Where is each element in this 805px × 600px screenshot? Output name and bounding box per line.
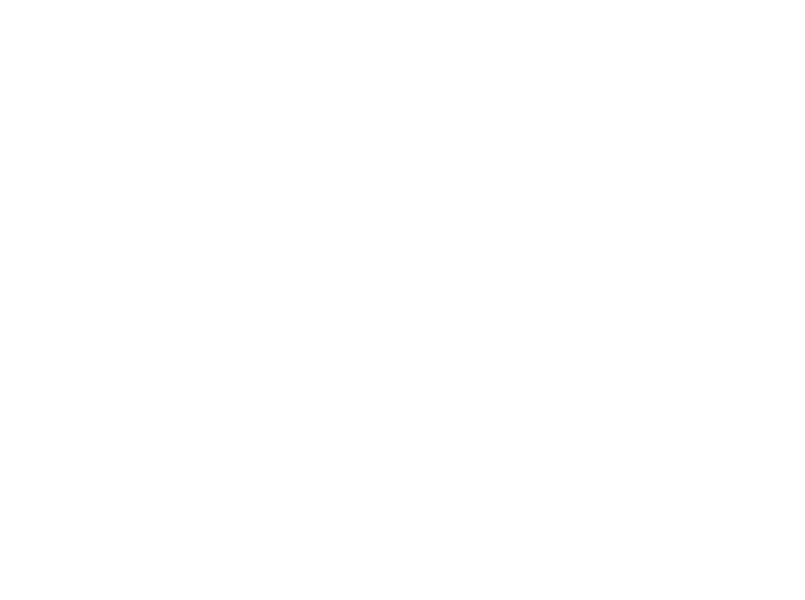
chart-svg [44,8,796,580]
chart-plot-area [44,8,796,580]
